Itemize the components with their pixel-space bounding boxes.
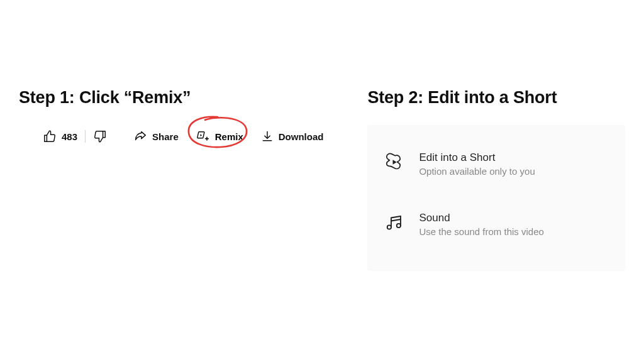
step2-column: Step 2: Edit into a Short Edit into a Sh… xyxy=(367,88,625,362)
edit-into-short-option[interactable]: Edit into a Short Option available only … xyxy=(385,143,608,185)
option-subtitle: Option available only to you xyxy=(419,166,535,177)
svg-point-1 xyxy=(397,224,401,228)
shorts-icon xyxy=(385,153,404,172)
thumbs-down-icon xyxy=(93,129,107,143)
remix-icon xyxy=(196,129,210,143)
svg-point-0 xyxy=(387,225,391,229)
like-count: 483 xyxy=(62,131,77,142)
remix-button[interactable]: Remix xyxy=(190,125,250,148)
like-button[interactable]: 483 xyxy=(36,125,84,148)
divider xyxy=(85,130,86,143)
share-icon xyxy=(133,129,147,143)
dislike-button[interactable] xyxy=(87,125,113,148)
download-button[interactable]: Download xyxy=(255,125,330,148)
option-text: Sound Use the sound from this video xyxy=(419,212,543,237)
step1-heading: Step 1: Click “Remix” xyxy=(19,88,330,107)
remix-options-panel: Edit into a Short Option available only … xyxy=(367,125,625,271)
option-title: Sound xyxy=(419,212,543,224)
thumbs-up-icon xyxy=(43,129,57,143)
share-button[interactable]: Share xyxy=(127,125,185,148)
remix-label: Remix xyxy=(215,131,243,142)
download-label: Download xyxy=(279,131,324,142)
step1-column: Step 1: Click “Remix” 483 xyxy=(19,88,330,362)
option-title: Edit into a Short xyxy=(419,151,535,164)
video-action-bar: 483 Share xyxy=(19,125,330,148)
option-text: Edit into a Short Option available only … xyxy=(419,151,535,177)
share-label: Share xyxy=(152,131,179,142)
sound-option[interactable]: Sound Use the sound from this video xyxy=(385,203,608,246)
step2-heading: Step 2: Edit into a Short xyxy=(367,88,625,107)
download-icon xyxy=(261,130,274,143)
option-subtitle: Use the sound from this video xyxy=(419,226,543,237)
music-note-icon xyxy=(385,213,404,232)
